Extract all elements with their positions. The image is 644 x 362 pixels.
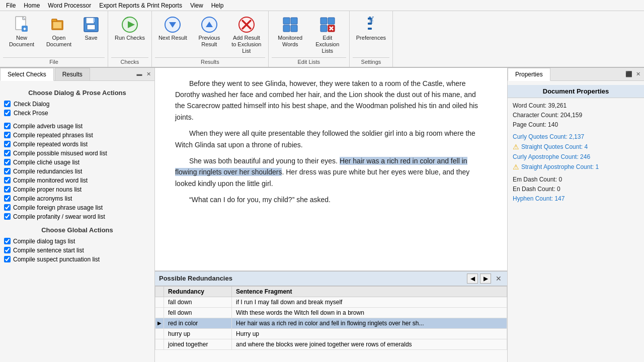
- tab-controls: ▬ ✕: [135, 70, 154, 78]
- edit-exclusion-button[interactable]: Edit Exclusion Lists: [309, 13, 346, 57]
- table-row[interactable]: joined together and where the blocks wer…: [155, 339, 507, 349]
- check-prose-checkbox[interactable]: [4, 110, 11, 116]
- curly-quotes-link[interactable]: Curly Quotes Count: 2,137: [513, 133, 584, 140]
- checklist-checkbox-2[interactable]: [4, 141, 11, 147]
- monitored-words-icon: [281, 16, 299, 34]
- global-checkbox-0[interactable]: [4, 238, 11, 244]
- checklist-item: Compile repeated words list: [4, 141, 150, 148]
- straight-apos-link[interactable]: Straight Apostrophe Count: 1: [521, 163, 599, 170]
- ribbon-file-buttons: New Document Open Document: [3, 13, 105, 57]
- checklist-checkbox-8[interactable]: [4, 195, 11, 202]
- ribbon-group-settings: ¥ Preferences Settings: [350, 11, 393, 67]
- checklist-label-1: Compile repeated phrases list: [13, 132, 93, 139]
- props-tab-bar: Properties ⬛ ✕: [508, 68, 644, 81]
- checklist-label-3: Compile possible misused word list: [13, 150, 107, 157]
- quotes-section: Curly Quotes Count: 2,137 ⚠ Straight Quo…: [513, 133, 639, 171]
- results-table-body: fall down if I run I may fall down and b…: [155, 297, 507, 349]
- straight-quotes-link[interactable]: Straight Quotes Count: 4: [521, 143, 588, 150]
- checklist-checkbox-3[interactable]: [4, 150, 11, 156]
- global-checklist-item: Compile suspect punctuation list: [4, 256, 150, 263]
- preferences-button[interactable]: ¥ Preferences: [353, 13, 389, 44]
- row-redundancy-0: fall down: [164, 297, 232, 307]
- ribbon-settings-label: Settings: [353, 57, 389, 67]
- props-maximize-button[interactable]: ⬛: [625, 70, 633, 78]
- checklist-checkbox-10[interactable]: [4, 213, 11, 220]
- menu-file[interactable]: File: [2, 1, 20, 10]
- menu-wordprocessor[interactable]: Word Processor: [44, 1, 95, 10]
- svg-rect-12: [87, 25, 95, 30]
- page-count-label: Page Count:: [513, 121, 546, 128]
- preferences-label: Preferences: [356, 35, 386, 41]
- close-panel-button[interactable]: ✕: [144, 70, 152, 78]
- menu-view[interactable]: View: [186, 1, 207, 10]
- svg-rect-13: [93, 18, 95, 22]
- dash-section: Em Dash Count: 0 En Dash Count: 0 Hyphen…: [513, 176, 639, 202]
- run-checks-button[interactable]: Run Checks: [111, 13, 148, 44]
- results-table: Redundancy Sentence Fragment fall down i…: [155, 286, 507, 362]
- results-panel-title: Possible Redundancies: [159, 275, 467, 282]
- checklist-checkbox-7[interactable]: [4, 186, 11, 193]
- global-checkbox-2[interactable]: [4, 256, 11, 262]
- checklist-item: Compile foreign phrase usage list: [4, 204, 150, 211]
- svg-rect-35: [368, 28, 372, 30]
- check-prose-row: Check Prose: [4, 110, 150, 117]
- checklist-item: Compile profanity / swear word list: [4, 213, 150, 220]
- save-button[interactable]: Save: [77, 13, 105, 44]
- col-sentence: Sentence Fragment: [232, 286, 507, 297]
- curly-apos-link[interactable]: Curly Apostrophe Count: 246: [513, 153, 590, 160]
- new-document-button[interactable]: New Document: [3, 13, 40, 50]
- open-document-button[interactable]: Open Document: [40, 13, 77, 50]
- checklist-checkbox-5[interactable]: [4, 168, 11, 174]
- menu-home[interactable]: Home: [20, 1, 44, 10]
- svg-rect-23: [283, 18, 290, 24]
- next-result-button[interactable]: Next Result: [155, 13, 191, 44]
- monitored-words-button[interactable]: Monitored Words: [272, 13, 309, 50]
- em-dash-value: 0: [558, 176, 562, 183]
- document-view[interactable]: Before they went to see Glinda, however,…: [155, 68, 507, 271]
- check-dialog-checkbox[interactable]: [4, 101, 11, 107]
- table-row[interactable]: fall down if I run I may fall down and b…: [155, 297, 507, 307]
- add-exclusion-button[interactable]: Add Result to Exclusion List: [228, 13, 265, 57]
- checklist-checkbox-4[interactable]: [4, 159, 11, 165]
- checklist-checkbox-9[interactable]: [4, 204, 11, 211]
- checklist-item: Compile repeated phrases list: [4, 132, 150, 139]
- results-next-button[interactable]: ▶: [480, 274, 491, 284]
- hyphen-row: Hyphen Count: 147: [513, 195, 639, 202]
- ribbon-editlists-label: Edit Lists: [272, 57, 346, 67]
- checklist-checkbox-1[interactable]: [4, 132, 11, 138]
- checklist-item: Compile redundancies list: [4, 168, 150, 175]
- global-label-1: Compile sentence start list: [13, 247, 84, 254]
- props-close-button[interactable]: ✕: [634, 70, 642, 78]
- hyphen-link[interactable]: Hyphen Count: 147: [513, 195, 565, 202]
- checklist-checkbox-6[interactable]: [4, 177, 11, 184]
- checklist-checkbox-0[interactable]: [4, 123, 11, 129]
- results-prev-button[interactable]: ◀: [467, 274, 478, 284]
- table-row[interactable]: ▶ red in color Her hair was a rich red i…: [155, 318, 507, 328]
- tab-results[interactable]: Results: [55, 68, 90, 80]
- table-row[interactable]: hurry up Hurry up: [155, 328, 507, 339]
- curly-quotes-row: Curly Quotes Count: 2,137: [513, 133, 639, 140]
- menu-help[interactable]: Help: [207, 1, 228, 10]
- right-panel: Properties ⬛ ✕ Document Properties Word …: [507, 68, 644, 362]
- ribbon-group-file: New Document Open Document: [0, 11, 108, 67]
- table-row[interactable]: fell down With these words the Witch fel…: [155, 307, 507, 318]
- global-checklist-item: Compile dialog tags list: [4, 238, 150, 245]
- menu-export[interactable]: Export Reports & Print Reports: [95, 1, 186, 10]
- svg-rect-27: [320, 18, 327, 24]
- main-area: Select Checks Results ▬ ✕ Choose Dialog …: [0, 68, 644, 362]
- props-tab-controls: ⬛ ✕: [625, 70, 644, 78]
- tab-select-checks[interactable]: Select Checks: [0, 68, 54, 81]
- curly-apos-row: Curly Apostrophe Count: 246: [513, 153, 639, 160]
- checklist-label-0: Compile adverb usage list: [13, 123, 83, 130]
- minimize-panel-button[interactable]: ▬: [135, 70, 143, 78]
- global-checkbox-1[interactable]: [4, 247, 11, 253]
- open-document-label: Open Document: [44, 35, 74, 48]
- prev-result-icon: [200, 16, 218, 34]
- results-close-button[interactable]: ✕: [494, 274, 503, 283]
- monitored-words-label: Monitored Words: [275, 35, 305, 48]
- checklist-item: Compile acronyms list: [4, 195, 150, 202]
- prev-result-button[interactable]: Previous Result: [191, 13, 228, 50]
- ribbon-results-label: Results: [155, 57, 265, 67]
- props-tab-properties[interactable]: Properties: [508, 68, 550, 81]
- checklist-label-4: Compile cliché usage list: [13, 159, 79, 166]
